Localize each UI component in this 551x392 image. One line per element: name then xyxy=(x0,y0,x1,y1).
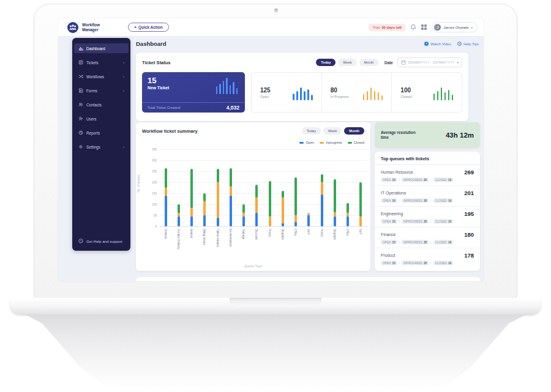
stat-sparkline xyxy=(433,84,454,100)
total-ticket-value: 4,032 xyxy=(227,105,239,111)
spark-bar xyxy=(226,78,228,94)
y-tick-label: 50 xyxy=(144,214,157,217)
help-tips-link[interactable]: ? Help Tips xyxy=(457,42,479,46)
total-ticket-label: Total Ticket Created: xyxy=(148,106,181,109)
sidebar: DashboardTickets›Workflows›Forms›Contact… xyxy=(72,38,130,251)
y-tick-label: 200 xyxy=(144,181,157,184)
legend-swatch xyxy=(299,142,304,144)
quick-action-button[interactable]: + Quick Action xyxy=(128,23,169,32)
top-queues-title: Top queues with tickets xyxy=(375,152,480,165)
chevron-right-icon: › xyxy=(123,75,124,78)
bar-segment-inprogress-product-delivery xyxy=(178,213,180,216)
spark-bar xyxy=(381,95,383,100)
stat-closed: 100Closed xyxy=(391,73,462,112)
summary-filter-today[interactable]: Today xyxy=(302,127,321,135)
summary-filter-week[interactable]: Week xyxy=(323,127,342,135)
stacked-bar-chart: 050100150200250300350 xyxy=(159,149,367,226)
stat-open: 125Open xyxy=(252,73,321,112)
sidebar-item-contacts[interactable]: Contacts xyxy=(74,100,129,109)
x-tick-label: Discount xyxy=(255,229,258,240)
bar-segment-open-office xyxy=(347,216,349,226)
sidebar-item-dashboard[interactable]: Dashboard xyxy=(74,43,129,53)
ticket-status-filter-month[interactable]: Month xyxy=(359,59,379,66)
x-tick-label: VoIP xyxy=(307,229,310,235)
chip-separator: | xyxy=(430,240,431,244)
top-queues-card: Top queues with tickets Human Resource26… xyxy=(375,152,480,271)
queue-status-chips: OPEN: 15|INPROGRESS: 25|CLOSED: 10 xyxy=(381,219,474,224)
queue-name: Human Resource xyxy=(381,170,413,174)
x-axis-labels: DeliveryProduct DeliveryAnalystBilling I… xyxy=(159,227,367,263)
x-tick-label: Dispatch xyxy=(333,229,336,240)
bar-segment-open-discount xyxy=(255,213,258,226)
queue-status-chips: OPEN: 15|INPROGRESS: 25|CLOSED: 10 xyxy=(381,177,474,182)
queue-row-engineering[interactable]: Engineering195OPEN: 15|INPROGRESS: 25|CL… xyxy=(375,207,480,227)
bar-segment-inprogress-office xyxy=(294,215,297,222)
help-icon: ? xyxy=(78,239,83,243)
user-plus-icon xyxy=(78,116,83,121)
date-label: Date xyxy=(384,61,393,65)
x-tick-label: Inconvenience xyxy=(229,229,232,247)
new-ticket-sparkline xyxy=(216,78,238,94)
y-tick-label: 300 xyxy=(144,159,157,162)
bell-icon[interactable] xyxy=(410,24,416,31)
status-chip-open: OPEN: 15 xyxy=(381,261,397,265)
resolution-value: 43h 12m xyxy=(446,131,474,139)
date-range-input[interactable]: DD/MM/YYYY - DD/MM/YYYY ▾ xyxy=(397,57,462,67)
chip-separator: | xyxy=(399,220,400,223)
user-name: James Oluwale xyxy=(443,26,468,29)
sidebar-item-forms[interactable]: Forms› xyxy=(74,86,129,95)
spark-bar xyxy=(300,87,302,100)
queue-row-it-operations[interactable]: IT Operations201OPEN: 15|INPROGRESS: 25|… xyxy=(375,186,480,207)
chip-separator: | xyxy=(430,178,431,182)
ticket-status-filter-today[interactable]: Today xyxy=(316,59,335,66)
sidebar-item-settings[interactable]: Settings› xyxy=(74,142,129,152)
watch-video-link[interactable]: Watch Video xyxy=(424,42,451,46)
x-tick-label: Damage xyxy=(242,229,245,239)
spark-bar xyxy=(370,87,372,100)
chevron-right-icon: › xyxy=(123,145,124,149)
user-menu[interactable]: J James Oluwale ▾ xyxy=(432,22,478,32)
bar-segment-inprogress-promo xyxy=(321,182,323,194)
bar-segment-closed-promo xyxy=(321,174,323,182)
bar-segment-inprogress-tuition-analyst xyxy=(217,182,219,218)
chevron-right-icon: › xyxy=(123,61,124,64)
queue-rows: Human Resource269OPEN: 15|INPROGRESS: 25… xyxy=(375,165,480,268)
spark-bar xyxy=(363,94,365,100)
spark-bar xyxy=(452,95,454,100)
sidebar-item-reports[interactable]: Reports xyxy=(74,128,129,138)
x-tick-label: Analyst xyxy=(190,229,193,238)
x-tick-label: Promo xyxy=(268,229,271,237)
bar-segment-open-dispatch xyxy=(334,216,336,226)
legend-label: Closed xyxy=(354,141,364,144)
legend-swatch xyxy=(320,142,324,144)
bar-segment-closed-voip xyxy=(359,182,362,216)
sidebar-item-help[interactable]: ? Get Help and support xyxy=(72,236,130,246)
bar-segment-open-delivery xyxy=(165,196,167,226)
bar-segment-open-product-delivery xyxy=(178,216,180,226)
queue-row-product[interactable]: Product178OPEN: 15|INPROGRESS: 25|CLOSED… xyxy=(375,248,480,268)
sidebar-item-tickets[interactable]: Tickets› xyxy=(74,57,129,67)
queue-count: 269 xyxy=(464,169,474,176)
ticket-status-filter-week[interactable]: Week xyxy=(338,59,356,66)
queue-row-finance[interactable]: Finance180OPEN: 15|INPROGRESS: 25|CLOSED… xyxy=(375,227,480,248)
bar-segment-inprogress-damage xyxy=(242,213,245,216)
apps-grid-icon[interactable] xyxy=(421,24,427,31)
status-chip-closed: CLOSED: 10 xyxy=(433,261,454,265)
sidebar-item-label: Forms xyxy=(86,89,97,93)
summary-filter-month[interactable]: Month xyxy=(344,127,364,135)
spark-bar xyxy=(378,92,380,100)
chip-separator: | xyxy=(430,220,431,223)
sidebar-item-workflows[interactable]: Workflows› xyxy=(74,72,129,81)
y-tick-label: 250 xyxy=(144,170,157,173)
chevron-down-icon: ▾ xyxy=(471,26,473,29)
bar-segment-inprogress-dispatch xyxy=(334,212,336,216)
spark-bar xyxy=(444,92,446,100)
spark-bar xyxy=(216,86,218,94)
queue-row-human-resource[interactable]: Human Resource269OPEN: 15|INPROGRESS: 25… xyxy=(375,165,480,186)
sidebar-item-users[interactable]: Users xyxy=(74,114,129,124)
bar-segment-open-voip xyxy=(307,215,310,226)
workflow-manager-app: Workflow Manager + Quick Action Trial: 3… xyxy=(58,18,484,281)
queue-status-chips: OPEN: 15|INPROGRESS: 25|CLOSED: 10 xyxy=(381,240,474,245)
spark-bar xyxy=(304,91,305,100)
brand-name: Workflow Manager xyxy=(82,23,100,32)
